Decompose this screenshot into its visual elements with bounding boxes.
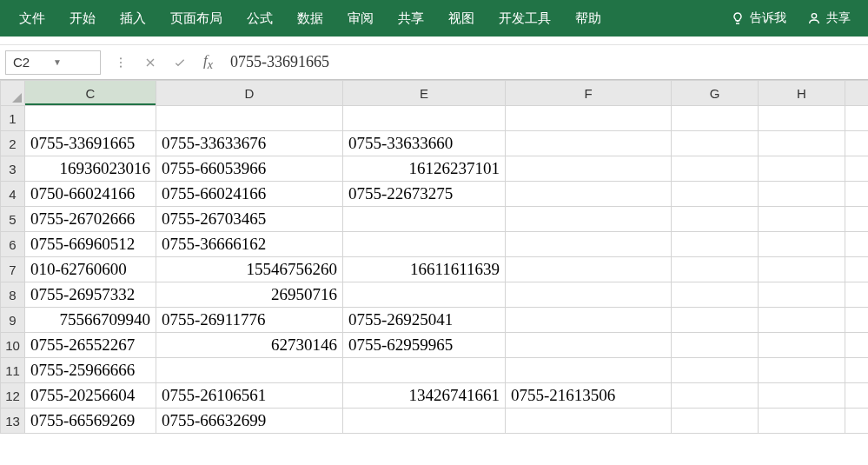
cell-D1[interactable]	[156, 106, 343, 131]
cell-H10[interactable]	[759, 333, 845, 358]
cell-D4[interactable]: 0755-66024166	[156, 182, 343, 207]
cell-C10[interactable]: 0755-26552267	[25, 333, 156, 358]
cell-D5[interactable]: 0755-26703465	[156, 207, 343, 232]
cell-G5[interactable]	[672, 207, 759, 232]
row-header[interactable]: 8	[1, 282, 25, 308]
tab-review[interactable]: 审阅	[335, 0, 386, 37]
row-header[interactable]: 10	[1, 333, 25, 358]
tab-page-layout[interactable]: 页面布局	[158, 0, 235, 37]
cell-D7[interactable]: 15546756260	[156, 257, 343, 282]
row-header[interactable]: 7	[1, 257, 25, 282]
row-header[interactable]: 13	[1, 409, 25, 434]
cell-next-12[interactable]	[845, 383, 869, 409]
cell-G10[interactable]	[672, 333, 759, 358]
row-header[interactable]: 5	[1, 207, 25, 232]
cell-G13[interactable]	[672, 409, 759, 434]
cell-next-13[interactable]	[845, 409, 869, 434]
cell-G7[interactable]	[672, 257, 759, 282]
col-header-next[interactable]	[845, 81, 869, 106]
cell-E10[interactable]: 0755-62959965	[343, 333, 506, 358]
formula-history-button[interactable]	[106, 45, 136, 80]
cell-G12[interactable]	[672, 383, 759, 409]
cell-G3[interactable]	[672, 156, 759, 182]
cell-C13[interactable]: 0755-66569269	[25, 409, 156, 434]
spreadsheet-grid[interactable]: C D E F G H 120755-336916650755-33633676…	[0, 80, 868, 434]
cell-D3[interactable]: 0755-66053966	[156, 156, 343, 182]
cell-E7[interactable]: 16611611639	[343, 257, 506, 282]
cell-G4[interactable]	[672, 182, 759, 207]
cell-D11[interactable]	[156, 358, 343, 383]
col-header-F[interactable]: F	[506, 81, 672, 106]
cell-D12[interactable]: 0755-26106561	[156, 383, 343, 409]
cell-F5[interactable]	[506, 207, 672, 232]
cell-G9[interactable]	[672, 308, 759, 333]
cell-G8[interactable]	[672, 282, 759, 308]
cell-E1[interactable]	[343, 106, 506, 131]
cell-D13[interactable]: 0755-66632699	[156, 409, 343, 434]
cell-next-2[interactable]	[845, 131, 869, 156]
cell-F4[interactable]	[506, 182, 672, 207]
cell-E11[interactable]	[343, 358, 506, 383]
cell-next-3[interactable]	[845, 156, 869, 182]
col-header-H[interactable]: H	[759, 81, 845, 106]
cell-H8[interactable]	[759, 282, 845, 308]
cell-H3[interactable]	[759, 156, 845, 182]
name-box[interactable]: C2 ▼	[5, 50, 101, 75]
tab-view[interactable]: 视图	[436, 0, 487, 37]
chevron-down-icon[interactable]: ▼	[53, 57, 93, 67]
col-header-G[interactable]: G	[672, 81, 759, 106]
row-header[interactable]: 1	[1, 106, 25, 131]
tab-insert[interactable]: 插入	[108, 0, 158, 37]
cell-F7[interactable]	[506, 257, 672, 282]
cell-F12[interactable]: 0755-21613506	[506, 383, 672, 409]
cell-next-8[interactable]	[845, 282, 869, 308]
cell-H9[interactable]	[759, 308, 845, 333]
cell-G2[interactable]	[672, 131, 759, 156]
cell-F6[interactable]	[506, 232, 672, 257]
cell-next-9[interactable]	[845, 308, 869, 333]
cell-H13[interactable]	[759, 409, 845, 434]
cell-F3[interactable]	[506, 156, 672, 182]
cell-E4[interactable]: 0755-22673275	[343, 182, 506, 207]
cell-F8[interactable]	[506, 282, 672, 308]
cell-next-6[interactable]	[845, 232, 869, 257]
cell-C11[interactable]: 0755-25966666	[25, 358, 156, 383]
cell-F9[interactable]	[506, 308, 672, 333]
row-header[interactable]: 11	[1, 358, 25, 383]
tab-formulas[interactable]: 公式	[235, 0, 285, 37]
cell-G11[interactable]	[672, 358, 759, 383]
cell-H4[interactable]	[759, 182, 845, 207]
cell-H1[interactable]	[759, 106, 845, 131]
cell-D9[interactable]: 0755-26911776	[156, 308, 343, 333]
cell-E13[interactable]	[343, 409, 506, 434]
fx-icon[interactable]: fx	[195, 52, 222, 72]
cancel-formula-button[interactable]	[136, 45, 165, 80]
cell-D2[interactable]: 0755-33633676	[156, 131, 343, 156]
cell-C1[interactable]	[25, 106, 156, 131]
cell-C5[interactable]: 0755-26702666	[25, 207, 156, 232]
cell-next-4[interactable]	[845, 182, 869, 207]
row-header[interactable]: 3	[1, 156, 25, 182]
cell-E2[interactable]: 0755-33633660	[343, 131, 506, 156]
cell-H11[interactable]	[759, 358, 845, 383]
cell-C8[interactable]: 0755-26957332	[25, 282, 156, 308]
cell-H12[interactable]	[759, 383, 845, 409]
cell-E3[interactable]: 16126237101	[343, 156, 506, 182]
formula-input[interactable]	[222, 53, 868, 71]
cell-F13[interactable]	[506, 409, 672, 434]
cell-D6[interactable]: 0755-36666162	[156, 232, 343, 257]
row-header[interactable]: 2	[1, 131, 25, 156]
tab-help[interactable]: 帮助	[563, 0, 613, 37]
cell-H5[interactable]	[759, 207, 845, 232]
select-all-corner[interactable]	[1, 81, 25, 106]
col-header-C[interactable]: C	[25, 81, 156, 106]
cell-next-11[interactable]	[845, 358, 869, 383]
cell-C2[interactable]: 0755-33691665	[25, 131, 156, 156]
cell-next-10[interactable]	[845, 333, 869, 358]
cell-C7[interactable]: 010-62760600	[25, 257, 156, 282]
cell-next-7[interactable]	[845, 257, 869, 282]
cell-D8[interactable]: 26950716	[156, 282, 343, 308]
cell-E6[interactable]	[343, 232, 506, 257]
cell-F2[interactable]	[506, 131, 672, 156]
cell-C6[interactable]: 0755-66960512	[25, 232, 156, 257]
